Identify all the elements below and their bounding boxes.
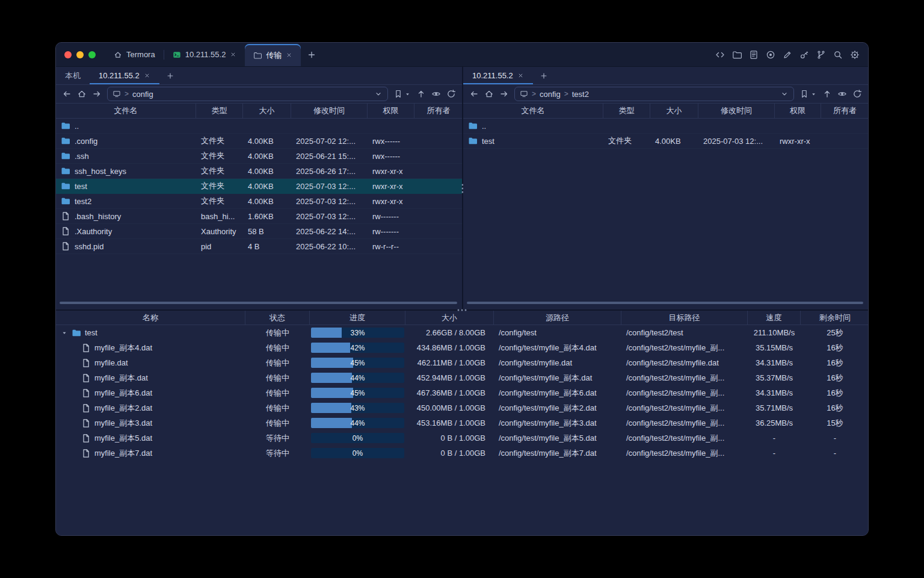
parent-directory-icon[interactable] (416, 89, 426, 99)
file-mtime-cell: 2025-07-03 12:... (291, 209, 368, 223)
column-header-owner[interactable]: 所有者 (821, 104, 869, 118)
file-row[interactable]: .bash_history bash_hi... 1.60KB 2025-07-… (56, 209, 462, 224)
folder-icon[interactable] (732, 50, 742, 60)
branch-icon[interactable] (816, 50, 826, 60)
column-header-owner[interactable]: 所有者 (414, 104, 463, 118)
forward-icon[interactable] (92, 89, 102, 99)
new-session-tab-button[interactable] (301, 43, 322, 66)
transfer-row[interactable]: myfile_副本7.dat 等待中 0% 0 B / 1.00GB /conf… (56, 446, 868, 461)
column-header-name[interactable]: 文件名 (463, 104, 603, 118)
transfer-row[interactable]: myfile_副本6.dat 传输中 45% 467.36MB / 1.00GB… (56, 385, 868, 400)
target-path-cell: /config/test2/test/myfile_副... (621, 385, 748, 400)
zoom-window-button[interactable] (88, 51, 96, 58)
source-path-cell: /config/test (494, 325, 621, 340)
tab-ssh-session[interactable]: 10.211.55.2 (164, 43, 245, 66)
folder-icon (61, 151, 70, 161)
column-header-target[interactable]: 目标路径 (621, 311, 748, 325)
file-row[interactable]: sshd.pid pid 4 B 2025-06-22 10:... rw-r-… (56, 239, 462, 254)
edit-icon[interactable] (783, 50, 792, 60)
column-header-speed[interactable]: 速度 (748, 311, 801, 325)
settings-gear-icon[interactable] (850, 50, 860, 60)
column-header-remaining[interactable]: 剩余时间 (801, 311, 869, 325)
column-header-type[interactable]: 类型 (196, 104, 243, 118)
file-mtime-cell (291, 119, 368, 133)
column-header-mtime[interactable]: 修改时间 (291, 104, 368, 118)
file-row[interactable]: test2 文件夹 4.00KB 2025-07-03 12:... rwxr-… (56, 194, 462, 209)
refresh-icon[interactable] (852, 89, 862, 99)
file-row[interactable]: .Xauthority Xauthority 58 B 2025-06-22 1… (56, 224, 462, 239)
column-header-progress[interactable]: 进度 (310, 311, 405, 325)
transfer-row[interactable]: myfile.dat 传输中 45% 462.11MB / 1.00GB /co… (56, 355, 868, 370)
back-icon[interactable] (62, 89, 72, 99)
close-window-button[interactable] (64, 51, 72, 58)
column-header-name[interactable]: 文件名 (56, 104, 196, 118)
tab-transfer[interactable]: 传输 (245, 44, 301, 66)
column-header-perm[interactable]: 权限 (368, 104, 414, 118)
path-segment[interactable]: config (540, 90, 561, 99)
column-header-size[interactable]: 大小 (243, 104, 291, 118)
column-header-size[interactable]: 大小 (405, 311, 494, 325)
record-icon[interactable] (766, 50, 775, 60)
column-header-mtime[interactable]: 修改时间 (698, 104, 775, 118)
file-row-selected[interactable]: test 文件夹 4.00KB 2025-07-03 12:... rwxr-x… (56, 179, 462, 194)
show-hidden-eye-icon[interactable] (431, 89, 441, 99)
new-tab-button[interactable] (159, 67, 181, 84)
parent-directory-icon[interactable] (822, 89, 832, 99)
search-icon[interactable] (833, 50, 843, 60)
transfer-row[interactable]: myfile_副本5.dat 等待中 0% 0 B / 1.00GB /conf… (56, 430, 868, 446)
speed-cell: - (748, 430, 801, 446)
file-row[interactable]: .ssh 文件夹 4.00KB 2025-06-21 15:... rwx---… (56, 149, 462, 164)
tab-remote[interactable]: 10.211.55.2 (90, 67, 159, 84)
refresh-icon[interactable] (446, 89, 456, 99)
key-icon[interactable] (799, 50, 809, 60)
back-icon[interactable] (469, 89, 479, 99)
close-icon[interactable] (144, 72, 150, 79)
transfer-row[interactable]: myfile_副本2.dat 传输中 43% 450.00MB / 1.00GB… (56, 400, 868, 415)
column-header-size[interactable]: 大小 (650, 104, 698, 118)
file-row[interactable]: test 文件夹 4.00KB 2025-07-03 12:... rwxr-x… (463, 134, 868, 149)
file-row[interactable]: .. (463, 119, 868, 134)
chevron-down-icon[interactable] (780, 90, 789, 98)
column-header-name[interactable]: 名称 (56, 311, 245, 325)
horizontal-scrollbar[interactable] (467, 302, 863, 304)
file-row[interactable]: ssh_host_keys 文件夹 4.00KB 2025-06-26 17:.… (56, 164, 462, 179)
bookmark-button[interactable] (393, 89, 411, 99)
code-icon[interactable] (715, 50, 725, 60)
close-icon[interactable] (286, 52, 292, 58)
transfer-row[interactable]: myfile_副本3.dat 传输中 44% 453.16MB / 1.00GB… (56, 415, 868, 430)
file-row[interactable]: .config 文件夹 4.00KB 2025-07-02 12:... rwx… (56, 134, 462, 149)
transfer-row[interactable]: myfile_副本4.dat 传输中 42% 434.86MB / 1.00GB… (56, 340, 868, 355)
progress-cell: 42% (310, 340, 405, 355)
path-segment[interactable]: config (132, 90, 153, 99)
path-bar[interactable]: > config > test2 (514, 87, 794, 101)
transfer-name-cell: myfile.dat (56, 355, 245, 370)
collapse-chevron-icon[interactable] (61, 329, 68, 337)
close-icon[interactable] (230, 51, 236, 58)
file-icon (61, 211, 70, 221)
chevron-down-icon[interactable] (374, 90, 383, 98)
path-segment[interactable]: test2 (572, 90, 589, 99)
column-header-perm[interactable]: 权限 (775, 104, 821, 118)
close-icon[interactable] (517, 72, 524, 79)
minimize-window-button[interactable] (76, 51, 84, 58)
column-header-source[interactable]: 源路径 (494, 311, 621, 325)
tab-local[interactable]: 本机 (56, 67, 90, 84)
transfer-row[interactable]: test 传输中 33% 2.66GB / 8.00GB /config/tes… (56, 325, 868, 340)
bookmark-button[interactable] (799, 89, 817, 99)
transfer-splitter[interactable] (56, 309, 868, 311)
home-icon[interactable] (77, 89, 87, 99)
new-tab-button[interactable] (533, 67, 555, 84)
tab-remote[interactable]: 10.211.55.2 (463, 67, 533, 84)
file-row[interactable]: .. (56, 119, 462, 134)
tab-termora-home[interactable]: Termora (105, 43, 164, 66)
path-bar[interactable]: > config (107, 87, 388, 101)
column-header-status[interactable]: 状态 (245, 311, 310, 325)
show-hidden-eye-icon[interactable] (837, 89, 847, 99)
transfer-name-cell: myfile_副本2.dat (56, 400, 245, 415)
transfer-row[interactable]: myfile_副本.dat 传输中 44% 452.94MB / 1.00GB … (56, 370, 868, 385)
log-icon[interactable] (749, 50, 759, 60)
column-header-type[interactable]: 类型 (603, 104, 650, 118)
horizontal-scrollbar[interactable] (60, 302, 457, 304)
home-icon[interactable] (484, 89, 494, 99)
forward-icon[interactable] (499, 89, 509, 99)
